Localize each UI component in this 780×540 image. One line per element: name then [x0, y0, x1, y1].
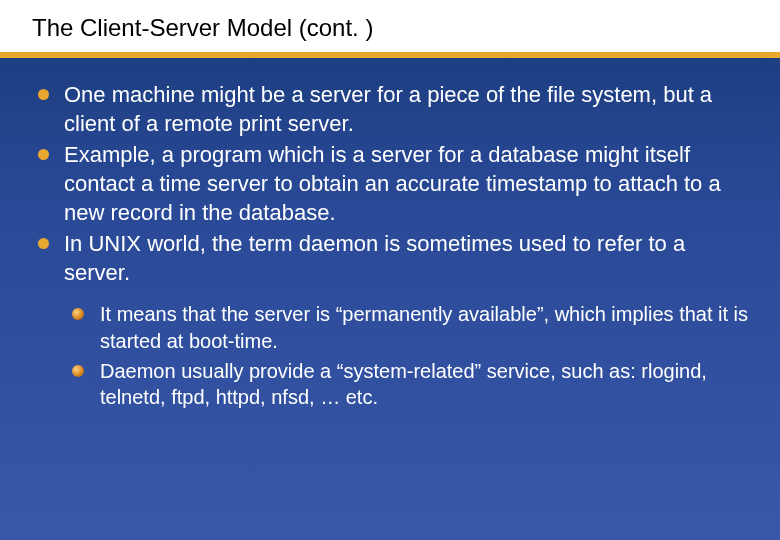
slide-title: The Client-Server Model (cont. )	[0, 0, 780, 58]
sub-bullet-item: Daemon usually provide a “system-related…	[72, 358, 752, 411]
bullet-list: One machine might be a server for a piec…	[36, 80, 752, 287]
bullet-item: Example, a program which is a server for…	[36, 140, 752, 227]
slide-content: One machine might be a server for a piec…	[0, 58, 780, 411]
sub-bullet-list: It means that the server is “permanently…	[72, 301, 752, 411]
bullet-item: In UNIX world, the term daemon is someti…	[36, 229, 752, 287]
sub-bullet-item: It means that the server is “permanently…	[72, 301, 752, 354]
slide: The Client-Server Model (cont. ) One mac…	[0, 0, 780, 540]
bullet-item: One machine might be a server for a piec…	[36, 80, 752, 138]
